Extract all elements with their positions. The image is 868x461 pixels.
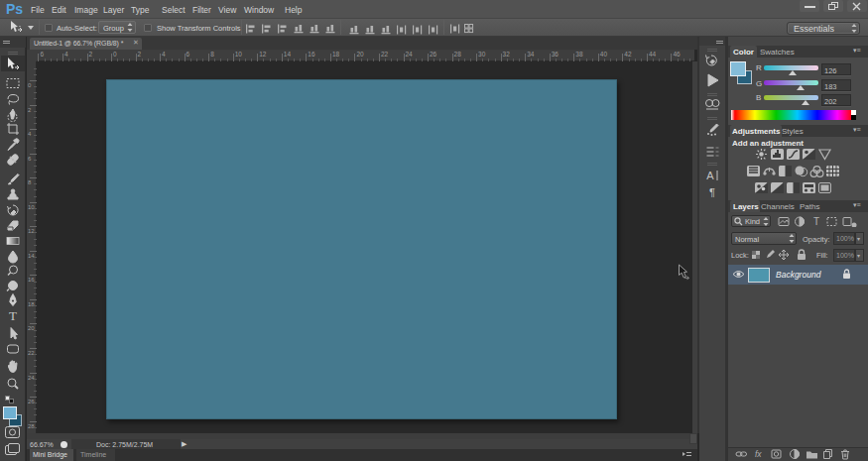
svg-text:A: A xyxy=(706,170,714,181)
svg-text:T: T xyxy=(813,216,819,227)
svg-text:fx: fx xyxy=(755,449,762,459)
svg-text:T: T xyxy=(9,308,17,323)
svg-text:¶: ¶ xyxy=(709,186,715,198)
